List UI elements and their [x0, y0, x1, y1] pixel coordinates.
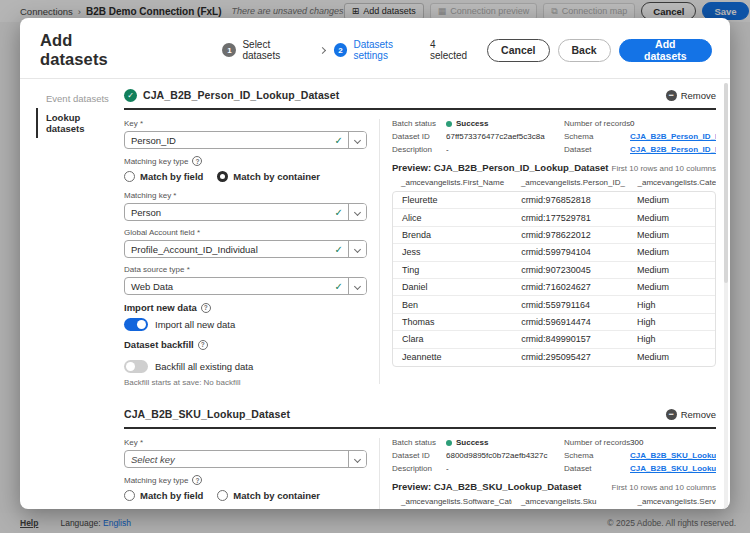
modal-body: Event datasets Lookup datasets ✓ CJA_B2B… — [20, 79, 730, 509]
sidebar-item-lookup-datasets[interactable]: Lookup datasets — [36, 108, 114, 138]
remove-dataset-button[interactable]: − Remove — [666, 90, 716, 101]
sidebar-item-event-datasets[interactable]: Event datasets — [36, 89, 114, 108]
key-label: Key * — [124, 438, 367, 447]
table-cell: Medium — [628, 195, 715, 205]
schema-label: Schema — [564, 132, 622, 141]
dataset-backfill-toggle[interactable]: Backfill all existing data — [124, 358, 367, 374]
valid-check-icon: ✓ — [335, 135, 348, 146]
table-row: Thomascrmid:596914474High — [393, 314, 715, 331]
records-value: 300 — [630, 438, 716, 447]
scrollbar-thumb[interactable] — [724, 83, 728, 283]
preview-table-body: Fleurettecrmid:976852818MediumAlicecrmid… — [392, 191, 716, 367]
matching-key-type-radios: Match by field Match by container — [124, 169, 367, 184]
matching-key-type-label: Matching key type — [124, 476, 188, 485]
toggle-on-icon[interactable] — [124, 318, 148, 331]
schema-link[interactable]: CJA_B2B_Person_ID_Lookup — [630, 132, 716, 141]
remove-label: Remove — [681, 409, 716, 420]
remove-minus-icon: − — [666, 90, 677, 101]
step-select-datasets[interactable]: 1 Select datasets — [222, 39, 310, 61]
table-cell: Fleurette — [393, 195, 512, 205]
radio-match-by-field[interactable]: Match by field — [124, 171, 203, 182]
dataset-section-person-id: ✓ CJA_B2B_Person_ID_Lookup_Dataset − Rem… — [124, 85, 716, 394]
step-datasets-settings[interactable]: 2 Datasets settings — [334, 39, 430, 61]
records-label: Number of records — [564, 119, 622, 128]
radio-match-by-container[interactable]: Match by container — [217, 490, 320, 501]
chevron-down-icon[interactable] — [348, 241, 366, 257]
section-title: CJA_B2B_Person_ID_Lookup_Dataset — [143, 89, 339, 101]
table-row: Tingcrmid:907230045Medium — [393, 262, 715, 279]
step-separator-chevron-icon — [318, 46, 325, 53]
modal-scrollbar[interactable] — [724, 83, 728, 509]
table-column-header: _amcevangelists.Sku — [512, 497, 629, 506]
matching-key-type-radios: Match by field Match by container — [124, 488, 367, 503]
key-picker[interactable]: Select key — [124, 450, 367, 468]
success-dot-icon — [446, 440, 452, 446]
table-row: Jesscrmid:599794104Medium — [393, 244, 715, 261]
table-cell: Ting — [393, 265, 512, 275]
chevron-down-icon[interactable] — [348, 278, 366, 294]
matching-key-picker[interactable]: Person ✓ — [124, 203, 367, 221]
import-new-data-toggle[interactable]: Import all new data — [124, 316, 367, 332]
schema-link[interactable]: CJA_B2B_SKU_Lookup — [630, 451, 716, 460]
radio-unselected-icon — [217, 490, 228, 501]
radio-selected-icon — [217, 171, 228, 182]
key-picker[interactable]: Person_ID ✓ — [124, 131, 367, 149]
matching-key-type-label: Matching key type — [124, 157, 188, 166]
step-2-number: 2 — [334, 43, 348, 57]
import-new-data-label: Import new data — [124, 302, 197, 313]
schema-label: Schema — [564, 451, 622, 460]
chevron-down-icon[interactable] — [348, 132, 366, 148]
dataset-form: Key * Person_ID ✓ Matching key type ? — [124, 119, 367, 394]
add-datasets-modal: Add datasets 1 Select datasets 2 Dataset… — [20, 18, 730, 509]
section-valid-check-icon: ✓ — [124, 89, 137, 102]
table-cell: Brenda — [393, 230, 512, 240]
table-cell: crmid:907230045 — [512, 265, 628, 275]
key-value: Person_ID — [125, 135, 335, 146]
table-cell: Jess — [393, 247, 512, 257]
modal-cancel-button[interactable]: Cancel — [487, 39, 549, 62]
batch-status-value: Success — [446, 438, 556, 447]
table-column-header: _amcevangelists.Software_Catego... — [392, 497, 512, 506]
help-icon[interactable]: ? — [192, 475, 202, 485]
dataset-link[interactable]: CJA_B2B_Person_ID_Lookup_Dataset — [630, 145, 716, 154]
table-row: Fleurettecrmid:976852818Medium — [393, 192, 715, 209]
help-icon[interactable]: ? — [201, 303, 211, 313]
valid-check-icon: ✓ — [335, 207, 348, 218]
data-source-type-picker[interactable]: Web Data ✓ — [124, 277, 367, 295]
global-account-field-value: Profile_Account_ID_Individual — [125, 244, 335, 255]
remove-label: Remove — [681, 90, 716, 101]
table-cell: crmid:177529781 — [512, 213, 628, 223]
table-cell: Medium — [628, 265, 715, 275]
table-cell: Alice — [393, 213, 512, 223]
valid-check-icon: ✓ — [335, 281, 348, 292]
modal-back-button[interactable]: Back — [558, 39, 611, 62]
dataset-info: Batch status Success Number of records 3… — [392, 438, 716, 509]
table-row: Danielcrmid:716024627Medium — [393, 279, 715, 296]
dataset-link[interactable]: CJA_B2B_SKU_Lookup_Dataset — [630, 464, 716, 473]
table-row: Claracrmid:849990157High — [393, 331, 715, 348]
modal-header-actions: 4 selected Cancel Back Add datasets — [430, 39, 712, 62]
remove-minus-icon: − — [666, 409, 677, 420]
table-cell: Daniel — [393, 282, 512, 292]
step-1-number: 1 — [222, 43, 236, 57]
global-account-field-picker[interactable]: Profile_Account_ID_Individual ✓ — [124, 240, 367, 258]
dataset-id-value: 67ff573376477c2aef5c3c8a — [446, 132, 556, 141]
batch-status-value: Success — [446, 119, 556, 128]
table-column-header: _amcevangelists.Service_Category — [629, 497, 716, 506]
section-header: CJA_B2B_SKU_Lookup_Dataset − Remove — [124, 404, 716, 424]
chevron-down-icon[interactable] — [348, 204, 366, 220]
chevron-down-icon[interactable] — [348, 451, 366, 467]
help-icon[interactable]: ? — [198, 340, 208, 350]
dataset-info-grid: Batch status Success Number of records 0… — [392, 119, 716, 154]
remove-dataset-button[interactable]: − Remove — [666, 409, 716, 420]
column-divider — [379, 438, 380, 509]
radio-match-by-field[interactable]: Match by field — [124, 490, 203, 501]
toggle-off-icon[interactable] — [124, 360, 148, 373]
table-cell: Jeannette — [393, 352, 512, 362]
radio-match-by-container[interactable]: Match by container — [217, 171, 320, 182]
table-cell: Medium — [628, 282, 715, 292]
dataset-info-grid: Batch status Success Number of records 3… — [392, 438, 716, 473]
help-icon[interactable]: ? — [192, 156, 202, 166]
radio-label: Match by container — [233, 171, 320, 182]
modal-add-datasets-button[interactable]: Add datasets — [619, 39, 712, 62]
